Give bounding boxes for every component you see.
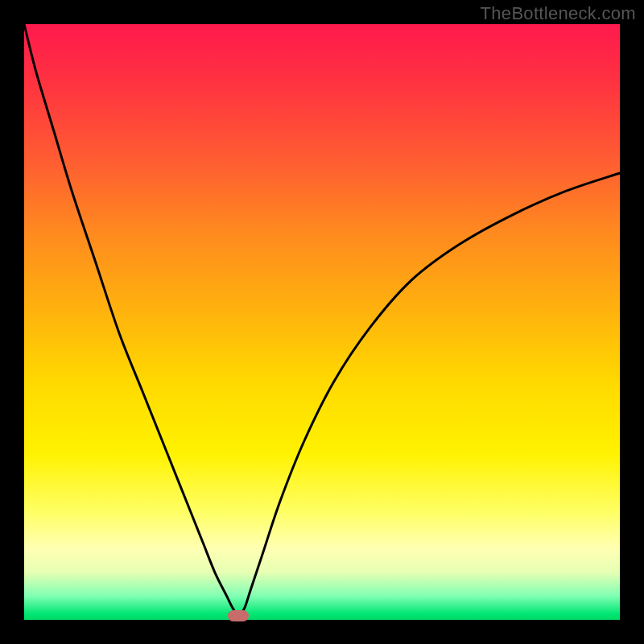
- minimum-marker: [228, 610, 249, 621]
- bottleneck-curve: [24, 24, 620, 616]
- watermark-text: TheBottleneck.com: [481, 3, 636, 24]
- curve-svg: [24, 24, 620, 620]
- chart-frame: TheBottleneck.com: [0, 0, 644, 644]
- plot-area: [24, 24, 620, 620]
